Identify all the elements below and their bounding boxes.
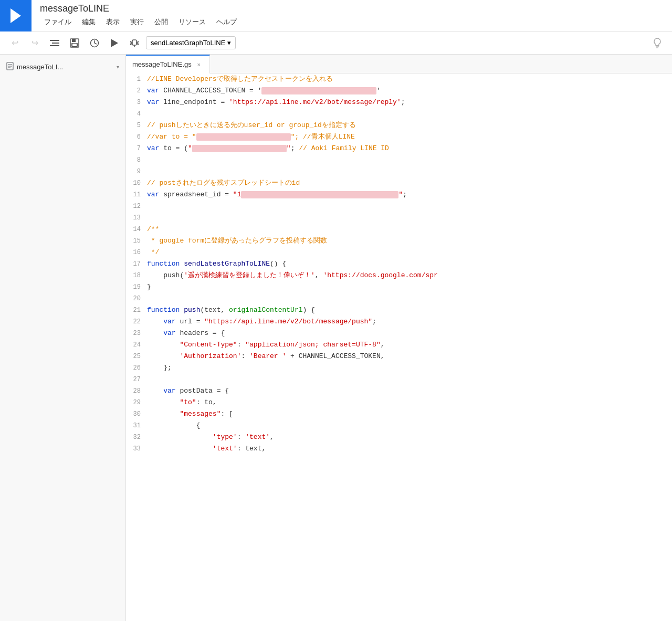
sidebar-file-item[interactable]: messageToLI... ▾	[0, 59, 125, 75]
undo-button[interactable]: ↩	[6, 35, 23, 51]
table-row: 32 'type': 'text',	[126, 431, 672, 443]
table-row: 19 }	[126, 281, 672, 293]
table-row: 28 var postData = {	[126, 385, 672, 397]
app-logo-arrow-icon	[10, 8, 21, 23]
app-title: messageToLINE	[40, 4, 241, 13]
table-row: 8	[126, 154, 672, 166]
table-row: 14 /**	[126, 224, 672, 235]
table-row: 11 var spreadsheet_id = "1██████████████…	[126, 189, 672, 201]
app-logo	[0, 0, 32, 31]
clock-button[interactable]	[86, 35, 103, 51]
table-row: 22 var url = "https://api.line.me/v2/bot…	[126, 316, 672, 328]
table-row: 29 "to": to,	[126, 397, 672, 408]
table-row: 5 // pushしたいときに送る先のuser_id or group_idを指…	[126, 120, 672, 131]
table-row: 33 'text': text,	[126, 443, 672, 455]
function-select-label: sendLatestGraphToLINE	[151, 39, 225, 47]
tab-label: messageToLINE.gs	[132, 60, 192, 68]
table-row: 10 // postされたログを残すスプレッドシートのid	[126, 177, 672, 189]
table-row: 7 var to = ("████████████████████"; // A…	[126, 143, 672, 154]
table-row: 24 "Content-Type": "application/json; ch…	[126, 339, 672, 351]
debug-button[interactable]	[126, 35, 143, 51]
table-row: 4	[126, 108, 672, 120]
redo-button[interactable]: ↪	[26, 35, 43, 51]
function-select[interactable]: sendLatestGraphToLINE ▾	[146, 36, 236, 49]
table-row: 12	[126, 201, 672, 212]
menu-help[interactable]: ヘルプ	[212, 16, 241, 28]
table-row: 3 var line_endpoint = 'https://api.line.…	[126, 97, 672, 108]
table-row: 1 //LINE Developersで取得したアクセストークンを入れる	[126, 73, 672, 85]
menu-bar: ファイル 編集 表示 実行 公開 リソース ヘルプ	[40, 16, 241, 28]
tab-bar: messageToLINE.gs ×	[126, 55, 672, 73]
svg-rect-1	[52, 43, 59, 44]
sidebar: messageToLI... ▾	[0, 55, 126, 621]
table-row: 2 var CHANNEL_ACCESS_TOKEN = '██████████…	[126, 85, 672, 97]
svg-marker-10	[111, 39, 118, 47]
save-button[interactable]	[66, 35, 83, 51]
menu-publish[interactable]: 公開	[150, 16, 172, 28]
editor-area: messageToLINE.gs × 1 //LINE Developersで取…	[126, 55, 672, 621]
table-row: 18 push('遥が漢検練習を登録しました！偉いぞ！', 'https://d…	[126, 270, 672, 281]
menu-edit[interactable]: 編集	[78, 16, 100, 28]
svg-rect-0	[50, 40, 59, 41]
title-content: messageToLINE ファイル 編集 表示 実行 公開 リソース ヘルプ	[32, 4, 241, 28]
sidebar-chevron-icon: ▾	[117, 64, 119, 70]
tab-close-button[interactable]: ×	[195, 60, 203, 69]
file-icon	[6, 62, 14, 72]
tab-messagetoline[interactable]: messageToLINE.gs ×	[126, 55, 210, 73]
table-row: 25 'Authorization': 'Bearer ' + CHANNEL_…	[126, 351, 672, 362]
lightbulb-button[interactable]	[649, 35, 666, 51]
menu-resources[interactable]: リソース	[174, 16, 210, 28]
menu-run[interactable]: 実行	[126, 16, 148, 28]
table-row: 15 * google formに登録があったらグラフを投稿する関数	[126, 235, 672, 247]
table-row: 31 {	[126, 420, 672, 431]
table-row: 17 function sendLatestGraphToLINE() {	[126, 258, 672, 270]
table-row: 6 //var to = "████████████████████"; //青…	[126, 131, 672, 143]
svg-rect-4	[72, 39, 76, 42]
chevron-down-icon: ▾	[227, 39, 231, 47]
run-button[interactable]	[106, 35, 123, 51]
table-row: 13	[126, 212, 672, 224]
menu-view[interactable]: 表示	[102, 16, 124, 28]
svg-line-9	[94, 43, 97, 44]
main-layout: messageToLI... ▾ messageToLINE.gs × 1 //…	[0, 55, 672, 621]
svg-rect-11	[132, 40, 136, 45]
sidebar-file-name: messageToLI...	[17, 63, 113, 71]
indent-button[interactable]	[46, 35, 63, 51]
table-row: 26 };	[126, 362, 672, 374]
svg-rect-6	[72, 44, 77, 46]
title-bar: messageToLINE ファイル 編集 表示 実行 公開 リソース ヘルプ	[0, 0, 672, 31]
svg-rect-2	[50, 45, 59, 46]
table-row: 16 */	[126, 247, 672, 258]
table-row: 9	[126, 166, 672, 177]
toolbar: ↩ ↪	[0, 31, 672, 55]
code-editor[interactable]: 1 //LINE Developersで取得したアクセストークンを入れる 2 v…	[126, 73, 672, 621]
table-row: 27	[126, 374, 672, 385]
table-row: 30 "messages": [	[126, 408, 672, 420]
table-row: 20	[126, 293, 672, 304]
menu-file[interactable]: ファイル	[40, 16, 76, 28]
table-row: 23 var headers = {	[126, 328, 672, 339]
code-table: 1 //LINE Developersで取得したアクセストークンを入れる 2 v…	[126, 73, 672, 455]
table-row: 21 function push(text, originalContentUr…	[126, 304, 672, 316]
